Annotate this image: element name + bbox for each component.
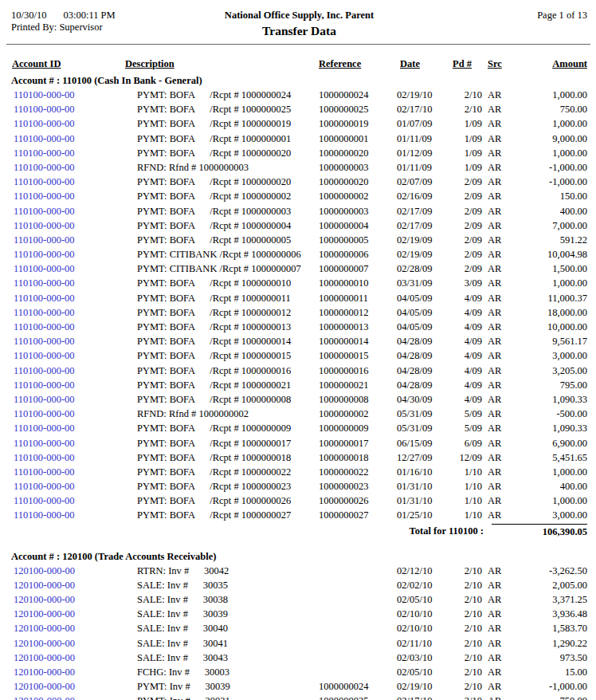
- account-id-link[interactable]: 110100-000-00: [11, 175, 137, 189]
- account-id-link[interactable]: 120100-000-00: [11, 694, 137, 700]
- account-id-link[interactable]: 110100-000-00: [11, 102, 137, 116]
- row-reference: 1000000015: [317, 348, 397, 363]
- row-description: PYMT: BOFA /Rcpt # 1000000020: [137, 175, 317, 189]
- row-period: 3/09: [445, 276, 482, 290]
- row-description: SALE: Inv # 30040: [137, 621, 317, 635]
- row-date: 02/10/10: [397, 607, 445, 621]
- row-description: PYMT: BOFA /Rcpt # 1000000003: [137, 204, 317, 218]
- account-id-link[interactable]: 110100-000-00: [11, 392, 137, 407]
- row-source: AR: [482, 665, 516, 679]
- row-date: 04/05/09: [397, 320, 445, 334]
- row-date: 01/25/10: [397, 508, 445, 522]
- header-divider: [6, 44, 590, 45]
- row-reference: 1000000021: [317, 378, 397, 392]
- row-period: 2/09: [445, 233, 482, 247]
- row-date: 05/31/09: [397, 407, 445, 421]
- column-header-account-id: Account ID: [11, 57, 137, 72]
- row-reference: 1000000011: [317, 291, 397, 305]
- row-description: RFND: Rfnd # 1000000002: [137, 407, 317, 421]
- account-id-link[interactable]: 110100-000-00: [11, 508, 137, 522]
- account-id-link[interactable]: 110100-000-00: [11, 334, 137, 348]
- account-id-link[interactable]: 110100-000-00: [11, 146, 137, 160]
- account-id-link[interactable]: 110100-000-00: [11, 407, 137, 421]
- account-id-link[interactable]: 110100-000-00: [11, 160, 137, 175]
- row-reference: [317, 665, 397, 679]
- account-id-link[interactable]: 110100-000-00: [11, 378, 137, 392]
- account-id-link[interactable]: 120100-000-00: [11, 636, 137, 651]
- row-date: 05/31/09: [397, 421, 445, 435]
- row-amount: -1,000.00: [516, 679, 587, 694]
- table-row: 110100-000-00 PYMT: BOFA /Rcpt # 1000000…: [11, 392, 587, 407]
- account-id-link[interactable]: 110100-000-00: [11, 364, 137, 378]
- row-amount: 3,936.48: [516, 607, 587, 621]
- account-id-link[interactable]: 110100-000-00: [11, 465, 137, 479]
- row-amount: 1,000.00: [516, 116, 587, 131]
- row-description: RFND: Rfnd # 1000000003: [137, 160, 317, 175]
- row-source: AR: [482, 320, 516, 334]
- row-amount: 5,451.65: [516, 450, 587, 465]
- table-row: 120100-000-00 PYMT: Inv # 30039 10000000…: [11, 679, 587, 694]
- account-id-link[interactable]: 110100-000-00: [11, 262, 137, 276]
- row-amount: 973.50: [516, 651, 587, 665]
- account-id-link[interactable]: 110100-000-00: [11, 436, 137, 450]
- row-amount: 15.00: [516, 665, 587, 679]
- table-row: 110100-000-00 PYMT: BOFA /Rcpt # 1000000…: [11, 479, 587, 494]
- account-section-heading: Account # : 110100 (Cash In Bank - Gener…: [11, 74, 587, 88]
- table-row: 110100-000-00 RFND: Rfnd # 1000000003 10…: [11, 160, 587, 175]
- row-source: AR: [482, 132, 516, 146]
- account-id-link[interactable]: 110100-000-00: [11, 291, 137, 305]
- account-id-link[interactable]: 120100-000-00: [11, 564, 137, 578]
- row-period: 1/10: [445, 508, 482, 522]
- row-source: AR: [482, 508, 516, 522]
- account-id-link[interactable]: 110100-000-00: [11, 189, 137, 203]
- column-header-reference: Reference: [317, 57, 397, 72]
- row-reference: 1000000027: [317, 508, 397, 522]
- account-id-link[interactable]: 120100-000-00: [11, 651, 137, 665]
- row-date: 02/28/09: [397, 262, 445, 276]
- row-source: AR: [482, 348, 516, 363]
- row-period: 4/09: [445, 305, 482, 320]
- account-id-link[interactable]: 110100-000-00: [11, 421, 137, 435]
- account-id-link[interactable]: 110100-000-00: [11, 320, 137, 334]
- table-row: 110100-000-00 PYMT: BOFA /Rcpt # 1000000…: [11, 334, 587, 348]
- printed-by: Printed By: Supervisor: [11, 22, 225, 33]
- account-id-link[interactable]: 120100-000-00: [11, 578, 137, 592]
- row-amount: 1,000.00: [516, 276, 587, 290]
- account-id-link[interactable]: 110100-000-00: [11, 88, 137, 102]
- row-source: AR: [482, 450, 516, 465]
- account-id-link[interactable]: 110100-000-00: [11, 132, 137, 146]
- section-rows: 120100-000-00 RTRN: Inv # 30042 02/12/10…: [11, 564, 587, 700]
- row-source: AR: [482, 636, 516, 651]
- row-period: 1/09: [445, 146, 482, 160]
- account-id-link[interactable]: 110100-000-00: [11, 116, 137, 131]
- account-id-link[interactable]: 120100-000-00: [11, 665, 137, 679]
- row-description: PYMT: BOFA /Rcpt # 1000000017: [137, 436, 317, 450]
- account-id-link[interactable]: 120100-000-00: [11, 607, 137, 621]
- account-id-link[interactable]: 110100-000-00: [11, 233, 137, 247]
- account-id-link[interactable]: 120100-000-00: [11, 621, 137, 635]
- row-date: 02/05/10: [397, 592, 445, 607]
- column-header-date: Date: [397, 57, 445, 72]
- account-id-link[interactable]: 120100-000-00: [11, 592, 137, 607]
- row-reference: 1000000003: [317, 204, 397, 218]
- row-amount: 1,000.00: [516, 146, 587, 160]
- table-row: 110100-000-00 PYMT: BOFA /Rcpt # 1000000…: [11, 102, 587, 116]
- account-id-link[interactable]: 110100-000-00: [11, 494, 137, 508]
- account-id-link[interactable]: 120100-000-00: [11, 679, 137, 694]
- row-description: PYMT: BOFA /Rcpt # 1000000008: [137, 392, 317, 407]
- account-id-link[interactable]: 110100-000-00: [11, 204, 137, 218]
- account-id-link[interactable]: 110100-000-00: [11, 218, 137, 233]
- account-id-link[interactable]: 110100-000-00: [11, 305, 137, 320]
- account-id-link[interactable]: 110100-000-00: [11, 247, 137, 262]
- row-period: 4/09: [445, 334, 482, 348]
- row-description: PYMT: BOFA /Rcpt # 1000000018: [137, 450, 317, 465]
- account-id-link[interactable]: 110100-000-00: [11, 348, 137, 363]
- row-amount: 3,371.25: [516, 592, 587, 607]
- row-amount: 400.00: [516, 204, 587, 218]
- account-id-link[interactable]: 110100-000-00: [11, 479, 137, 494]
- row-reference: 1000000009: [317, 421, 397, 435]
- account-id-link[interactable]: 110100-000-00: [11, 450, 137, 465]
- section-total-row: Total for 110100 : 106,390.05: [11, 524, 587, 541]
- account-id-link[interactable]: 110100-000-00: [11, 276, 137, 290]
- row-date: 06/15/09: [397, 436, 445, 450]
